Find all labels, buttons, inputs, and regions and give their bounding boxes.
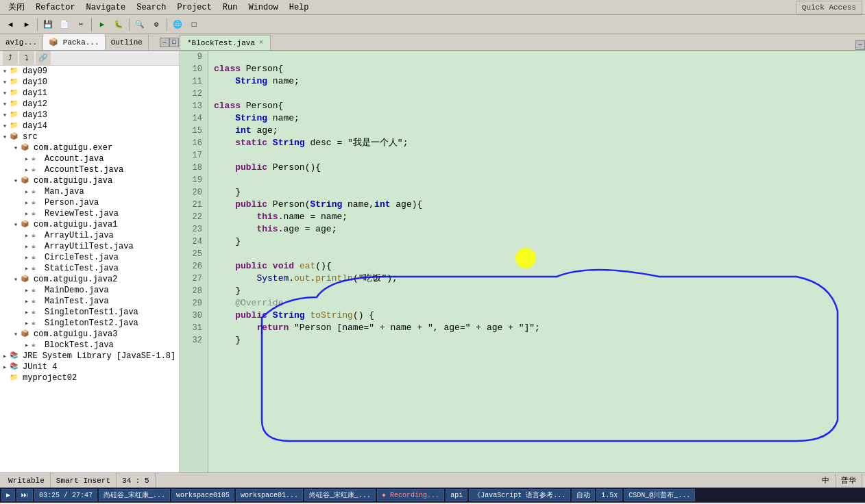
tree-item[interactable]: ▸ ☕ StaticTest.java: [0, 263, 179, 274]
taskbar-item-speed[interactable]: 1.5x: [596, 489, 622, 501]
toolbar-btn-1[interactable]: ◀: [3, 17, 18, 32]
menu-help[interactable]: Help: [284, 3, 315, 12]
tree-item[interactable]: ▸ ☕ Person.java: [0, 197, 179, 208]
tree-item[interactable]: ▸ ☕ ArrayUtil.java: [0, 230, 179, 241]
menu-project[interactable]: Project: [171, 3, 217, 12]
tree-item[interactable]: ▾ 📁 day13: [0, 110, 179, 121]
tree-item[interactable]: ▸ ☕ Account.java: [0, 153, 179, 164]
code-line[interactable]: [214, 51, 865, 63]
toolbar-btn-run[interactable]: ▶: [95, 17, 110, 32]
code-content[interactable]: class Person{ String name; class Person{…: [208, 51, 865, 473]
code-line[interactable]: System.out.println("吃饭");: [214, 273, 865, 285]
menu-navigate[interactable]: Navigate: [81, 3, 132, 12]
code-line[interactable]: String name;: [214, 112, 865, 125]
toolbar-btn-2[interactable]: ▶: [19, 17, 34, 32]
tree-item[interactable]: ▾ 📦 com.atguigu.exer: [0, 142, 179, 153]
tree-item[interactable]: ▸ ☕ SingletonTest2.java: [0, 318, 179, 329]
editor-tab-close[interactable]: ×: [259, 39, 263, 47]
code-line[interactable]: public Person(){: [214, 162, 865, 174]
code-line[interactable]: }: [214, 334, 865, 346]
code-line[interactable]: return "Person [name=" + name + ", age="…: [214, 322, 865, 334]
code-line[interactable]: [214, 248, 865, 260]
tree-item[interactable]: ▸ ☕ SingletonTest1.java: [0, 307, 179, 318]
code-line[interactable]: }: [214, 186, 865, 199]
toolbar-btn-3[interactable]: 💾: [40, 17, 56, 32]
tree-item[interactable]: ▾ 📦 com.atguigu.java: [0, 175, 179, 186]
menu-window[interactable]: Window: [243, 3, 283, 12]
panel-toolbar-collapse[interactable]: ⤴: [3, 51, 18, 66]
panel-tab-outline[interactable]: Outline: [106, 34, 149, 50]
code-line[interactable]: public void eat(){: [214, 260, 865, 273]
tree-item[interactable]: ▸ ☕ MainTest.java: [0, 296, 179, 307]
taskbar-item-js[interactable]: 《JavaScript 语言参考...: [469, 489, 570, 501]
panel-minimize-btn[interactable]: —: [160, 38, 169, 47]
panel-maximize-btn[interactable]: □: [169, 38, 179, 47]
code-line[interactable]: this.age = age;: [214, 223, 865, 236]
tree-item[interactable]: ▸ ☕ Man.java: [0, 186, 179, 197]
menu-search[interactable]: Search: [131, 3, 171, 12]
toolbar-btn-layout[interactable]: □: [186, 17, 202, 32]
toolbar-btn-settings[interactable]: ⚙: [149, 17, 164, 32]
taskbar-item-csdn[interactable]: CSDN_@川普布_...: [624, 489, 695, 501]
tree-item[interactable]: ▾ 📦 com.atguigu.java3: [0, 329, 179, 340]
tree-item[interactable]: ▸ 📚 JUnit 4: [0, 362, 179, 373]
code-line[interactable]: [214, 88, 865, 100]
toolbar-btn-5[interactable]: ✂: [73, 17, 88, 32]
tree-item[interactable]: 📁 myproject02: [0, 373, 179, 383]
code-line[interactable]: @Override: [214, 297, 865, 310]
tree-arrow: ▸: [3, 352, 10, 360]
tree-item[interactable]: ▸ ☕ MainDemo.java: [0, 285, 179, 296]
toolbar-btn-search[interactable]: 🔍: [132, 17, 147, 32]
tree-item[interactable]: ▸ ☕ AccountTest.java: [0, 164, 179, 175]
tree-item[interactable]: ▾ 📦 com.atguigu.java2: [0, 274, 179, 285]
code-line[interactable]: this.name = name;: [214, 211, 865, 223]
menu-run[interactable]: Run: [217, 3, 243, 12]
tree-item[interactable]: ▾ 📁 day12: [0, 99, 179, 110]
editor-tab-blocktest[interactable]: *BlockTest.java ×: [180, 35, 271, 50]
toolbar-btn-minimize[interactable]: 🌐: [170, 17, 185, 32]
code-line[interactable]: class Person{: [214, 63, 865, 75]
panel-tab-navigator[interactable]: avig...: [0, 34, 43, 50]
menu-refactor[interactable]: Refactor: [30, 3, 81, 12]
taskbar-item-auto[interactable]: 自动: [572, 489, 595, 501]
taskbar-item-3[interactable]: workspace01...: [236, 489, 303, 501]
code-line[interactable]: }: [214, 285, 865, 297]
tree-item[interactable]: ▸ ☕ BlockTest.java: [0, 340, 179, 351]
code-line[interactable]: int age;: [214, 125, 865, 137]
tree-item[interactable]: ▾ 📦 src: [0, 131, 179, 142]
code-line[interactable]: public String toString() {: [214, 310, 865, 322]
panel-toolbar-expand[interactable]: ⤵: [19, 51, 34, 66]
code-line[interactable]: String name;: [214, 75, 865, 88]
tree-item[interactable]: ▸ ☕ ArrayUtilTest.java: [0, 241, 179, 252]
tree-item[interactable]: ▾ 📁 day09: [0, 66, 179, 77]
code-line[interactable]: [214, 174, 865, 186]
editor-minimize-btn[interactable]: —: [855, 40, 865, 50]
toolbar-btn-4[interactable]: 📄: [57, 17, 72, 32]
quick-access-button[interactable]: Quick Access: [796, 1, 862, 14]
code-line[interactable]: class Person{: [214, 100, 865, 112]
tree-item[interactable]: ▸ ☕ ReviewTest.java: [0, 208, 179, 219]
taskbar-item-recording[interactable]: ● Recording...: [377, 489, 444, 501]
menu-bar: 关闭 Refactor Navigate Search Project Run …: [0, 0, 865, 15]
tree-item[interactable]: ▾ 📁 day10: [0, 77, 179, 88]
tree-label: Account.java: [45, 154, 103, 164]
taskbar-play[interactable]: ▶: [1, 489, 15, 501]
tree-item[interactable]: ▾ 📁 day14: [0, 121, 179, 131]
taskbar-item-1[interactable]: 尚硅谷_宋红康_...: [99, 489, 170, 501]
taskbar-item-2[interactable]: workspace0105: [171, 489, 234, 501]
taskbar-item-4[interactable]: 尚硅谷_宋红康_...: [304, 489, 376, 501]
tree-item[interactable]: ▸ ☕ CircleTest.java: [0, 252, 179, 263]
panel-tab-package[interactable]: 📦 Packa...: [43, 34, 105, 50]
code-line[interactable]: [214, 149, 865, 162]
toolbar-btn-debug[interactable]: 🐛: [111, 17, 126, 32]
tree-item[interactable]: ▾ 📦 com.atguigu.java1: [0, 219, 179, 230]
taskbar-skip[interactable]: ⏭: [16, 489, 33, 501]
code-line[interactable]: }: [214, 236, 865, 248]
menu-close[interactable]: 关闭: [3, 1, 30, 13]
taskbar-item-api[interactable]: api: [446, 489, 467, 501]
panel-toolbar-link[interactable]: 🔗: [36, 51, 51, 66]
tree-item[interactable]: ▸ 📚 JRE System Library [JavaSE-1.8]: [0, 351, 179, 362]
code-line[interactable]: static String desc = "我是一个人";: [214, 137, 865, 149]
tree-item[interactable]: ▾ 📁 day11: [0, 88, 179, 99]
code-line[interactable]: public Person(String name,int age){: [214, 199, 865, 211]
